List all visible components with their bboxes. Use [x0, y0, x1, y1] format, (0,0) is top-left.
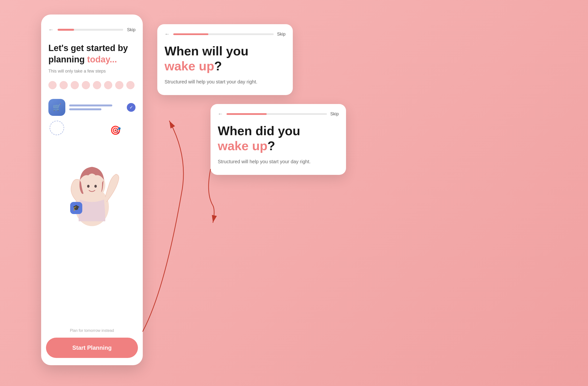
skip-button[interactable]: Skip [127, 27, 135, 32]
card1-skip-button[interactable]: Skip [277, 32, 286, 37]
card2-content: When did you wake up? Structured will he… [210, 121, 346, 175]
card1-back-button[interactable]: ← [165, 31, 170, 37]
progress-fill [58, 29, 74, 31]
title-line2: planning [48, 54, 87, 64]
card2-description: Structured will help you start your day … [218, 158, 339, 165]
task-check-1: ✓ [127, 103, 135, 112]
card1-progress-fill [173, 33, 208, 35]
dot-4 [82, 81, 90, 89]
card2-title-punct: ? [267, 139, 275, 153]
card1-header: ← Skip [157, 24, 293, 41]
main-phone-card: ← Skip Let's get started by planning tod… [41, 15, 143, 365]
card1-title-highlight: wake up [165, 59, 214, 73]
cart-icon: 🛒 [48, 99, 65, 116]
check-icon: ✓ [129, 105, 133, 110]
card2-progress-fill [227, 113, 267, 115]
plan-tomorrow-link[interactable]: Plan for tomorrow instead [41, 328, 143, 333]
card-when-did-you: ← Skip When did you wake up? Structured … [210, 104, 346, 175]
back-button[interactable]: ← [48, 27, 54, 33]
phone-content: Let's get started by planning today... T… [41, 38, 143, 326]
svg-point-3 [94, 185, 97, 188]
target-icon: 🎯 [110, 125, 121, 135]
card2-skip-button[interactable]: Skip [330, 111, 339, 117]
card1-description: Structured will help you start your day … [165, 78, 286, 85]
dot-2 [60, 81, 68, 89]
title-highlight: today... [87, 54, 117, 64]
dot-3 [71, 81, 79, 89]
task-lines-1 [69, 104, 123, 110]
start-planning-button[interactable]: Start Planning [46, 338, 138, 358]
card1-progress-bar [173, 33, 274, 35]
title-line1: Let's get started by [48, 43, 128, 53]
connector-row: 🎯 [48, 121, 135, 140]
dots-row [48, 81, 135, 89]
card2-progress-bar [227, 113, 327, 115]
card2-title-highlight: wake up [218, 139, 267, 153]
task-line-1a [69, 104, 112, 106]
svg-text:🎓: 🎓 [73, 204, 80, 211]
phone-header: ← Skip [41, 15, 143, 38]
character-wrapper: 🎓 [58, 154, 126, 226]
target-area: 🎯 [68, 125, 121, 135]
dot-7 [115, 81, 124, 89]
dot-1 [48, 81, 57, 89]
progress-bar [58, 29, 123, 31]
card1-content: When will you wake up? Structured will h… [157, 41, 293, 95]
card2-title: When did you wake up? [218, 123, 339, 154]
card1-title-punct: ? [214, 59, 222, 73]
card2-title-line1: When did you [218, 124, 300, 138]
card1-title-line1: When will you [165, 44, 249, 58]
dot-8 [126, 81, 135, 89]
dot-5 [93, 81, 101, 89]
main-title: Let's get started by planning today... [48, 42, 135, 65]
card1-title: When will you wake up? [165, 43, 286, 74]
card-when-will-you: ← Skip When will you wake up? Structured… [157, 24, 293, 95]
card2-back-button[interactable]: ← [218, 111, 223, 117]
card2-header: ← Skip [210, 104, 346, 121]
task-item-1: 🛒 ✓ [48, 99, 135, 116]
subtitle: This will only take a few steps [48, 69, 135, 74]
dot-6 [104, 81, 112, 89]
character-area: 🎓 [48, 144, 135, 228]
character-svg: 🎓 [58, 154, 126, 226]
dashed-circle [50, 121, 64, 135]
task-line-1b [69, 108, 101, 110]
svg-point-2 [87, 185, 89, 188]
